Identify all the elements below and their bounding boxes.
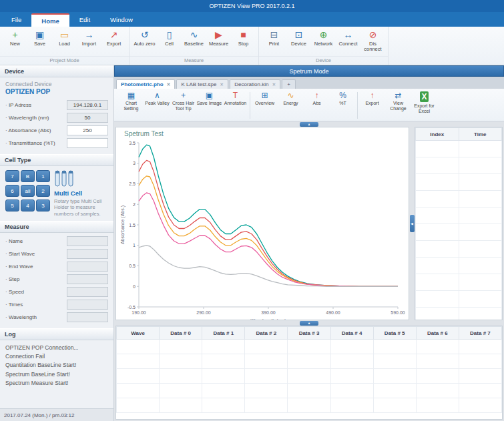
cell-button-6[interactable]: 6: [5, 185, 19, 197]
index-table-cell: [459, 258, 502, 274]
cell-button-3[interactable]: 3: [36, 199, 50, 212]
network-button[interactable]: ⊕Network: [311, 28, 336, 56]
measure-input-name[interactable]: [67, 236, 108, 246]
spectrum-chart[interactable]: -0.500.511.522.533.5190.00290.00390.0049…: [119, 137, 406, 320]
measure-input-step[interactable]: [67, 274, 108, 284]
measure-input-wavelength[interactable]: [67, 312, 108, 322]
cell-button-all[interactable]: all: [21, 185, 35, 197]
data-table-col-data-1[interactable]: Data # 1: [202, 327, 245, 340]
cell-button-1[interactable]: 1: [36, 170, 50, 182]
measure-button[interactable]: ▶Measure: [206, 28, 231, 56]
index-table-row[interactable]: [416, 308, 502, 321]
data-table-row[interactable]: [117, 398, 502, 413]
data-table-col-wave[interactable]: Wave: [117, 327, 160, 340]
index-table-row[interactable]: [416, 224, 502, 241]
cell-button-5[interactable]: 5: [5, 199, 19, 212]
data-table-cell: [459, 384, 501, 398]
save-image-button[interactable]: ▣Save Image: [196, 90, 222, 106]
stop-button[interactable]: ■Stop: [231, 28, 256, 56]
menu-tab-edit[interactable]: Edit: [69, 12, 100, 27]
measure-input-start-wave[interactable]: [67, 249, 108, 259]
data-table-col-data-3[interactable]: Data # 3: [288, 327, 330, 340]
export-for-excel-button[interactable]: XExport for Excel: [411, 90, 437, 113]
data-table-cell: [117, 354, 160, 369]
connect-button[interactable]: ↔Connect: [336, 28, 360, 56]
data-table-row[interactable]: [117, 340, 502, 354]
close-icon[interactable]: ✕: [167, 82, 171, 87]
index-table-row[interactable]: [416, 141, 502, 157]
data-table-row[interactable]: [117, 384, 502, 398]
index-table-col-time[interactable]: Time: [459, 128, 502, 141]
baseline-button[interactable]: ∿Baseline: [182, 28, 206, 56]
annotation-button[interactable]: TAnnotation: [222, 90, 248, 106]
title-bar: OPTIZEN View PRO 2017.0.2.1: [0, 0, 504, 12]
measure-input-speed[interactable]: [67, 287, 108, 297]
data-table-row[interactable]: [117, 354, 502, 369]
device-input-transmittance-t[interactable]: [67, 138, 108, 148]
index-table-row[interactable]: [416, 258, 502, 274]
close-icon[interactable]: ✕: [272, 82, 276, 87]
view-change-button[interactable]: ⇄View Change: [385, 90, 411, 111]
doc-tab-k-lab-test-spe[interactable]: K LAB test.spe✕: [176, 79, 228, 89]
device-input-absorbance-abs[interactable]: 250: [67, 125, 108, 135]
menu-tab-file[interactable]: File: [1, 12, 31, 27]
index-table-cell: [416, 224, 459, 241]
data-table-cell: [117, 398, 160, 413]
save-button[interactable]: ▣Save: [27, 28, 52, 56]
data-table-col-data-4[interactable]: Data # 4: [330, 327, 373, 340]
cell-button-7[interactable]: 7: [5, 170, 19, 182]
cell-button-2[interactable]: 2: [36, 185, 50, 197]
doc-tab-photometric-pho[interactable]: Photometric.pho✕: [116, 79, 175, 89]
svg-text:390.00: 390.00: [261, 310, 276, 315]
index-table-row[interactable]: [416, 291, 502, 308]
new-button[interactable]: +New: [3, 28, 27, 56]
new-tab-button[interactable]: +: [282, 79, 296, 89]
device-input-ip-adress[interactable]: 194.128.0.1: [67, 100, 108, 110]
index-table-row[interactable]: [416, 241, 502, 258]
cell-button-b[interactable]: B: [21, 170, 35, 182]
overview-button[interactable]: ⊞Overview: [252, 90, 278, 106]
chart-setting-button[interactable]: ▦Chart Setting: [118, 90, 144, 111]
auto-zero-icon: ↺: [141, 29, 149, 41]
peak-valley-button[interactable]: ∧Peak Valley: [144, 90, 170, 106]
index-table-col-index[interactable]: Index: [416, 128, 459, 141]
device-button[interactable]: ⊡Device: [286, 28, 311, 56]
cell-button[interactable]: ▯Cell: [157, 28, 182, 56]
doc-tab-decoration-kin[interactable]: Decoration.kin✕: [230, 79, 280, 89]
main-area: Device Connected Device OPTIZEN POP · IP…: [0, 65, 504, 421]
menu-tab-home[interactable]: Home: [31, 13, 69, 27]
close-icon[interactable]: ✕: [220, 82, 224, 87]
index-table-row[interactable]: [416, 207, 502, 224]
index-table-row[interactable]: [416, 157, 502, 174]
index-table-row[interactable]: [416, 191, 502, 207]
index-table-row[interactable]: [416, 174, 502, 191]
index-table-row[interactable]: [416, 274, 502, 291]
abs-button[interactable]: ↑Abs: [304, 90, 330, 106]
data-table-col-data-0[interactable]: Data # 0: [160, 327, 202, 340]
measure-input-end-wave[interactable]: [67, 262, 108, 272]
data-table-col-data-2[interactable]: Data # 2: [245, 327, 288, 340]
data-table-cell: [416, 354, 459, 369]
data-table-row[interactable]: [117, 369, 502, 384]
index-panel-collapse-button[interactable]: ◀: [410, 215, 415, 232]
data-table-col-data-5[interactable]: Data # 5: [373, 327, 416, 340]
data-table-collapse-button[interactable]: ▲: [300, 321, 318, 326]
export-button[interactable]: ↗Export: [101, 28, 126, 56]
chart-title: Spetrum Test: [124, 130, 409, 137]
energy-button[interactable]: ∿Energy: [278, 90, 304, 106]
data-table-col-data-6[interactable]: Data # 6: [416, 327, 459, 340]
dis-connect-button[interactable]: ⊘Dis connect: [360, 28, 385, 56]
device-input-wavelength-nm[interactable]: 50: [67, 113, 108, 123]
cross-hair-tool-tip-button[interactable]: +Cross Hair Tool Tip: [170, 90, 196, 111]
print-button[interactable]: ⊟Print: [262, 28, 286, 56]
auto-zero-button[interactable]: ↺Auto zero: [132, 28, 157, 56]
load-button[interactable]: ▭Load: [52, 28, 77, 56]
export-button[interactable]: ↑Export: [359, 90, 385, 106]
measure-input-times[interactable]: [67, 300, 108, 310]
import-button[interactable]: →Import: [77, 28, 101, 56]
t-button[interactable]: %%T: [330, 90, 356, 106]
toolbar-collapse-button[interactable]: ▲: [300, 122, 318, 127]
cell-button-4[interactable]: 4: [21, 199, 35, 212]
menu-tab-window[interactable]: Window: [100, 12, 143, 27]
data-table-col-data-7[interactable]: Data # 7: [459, 327, 501, 340]
